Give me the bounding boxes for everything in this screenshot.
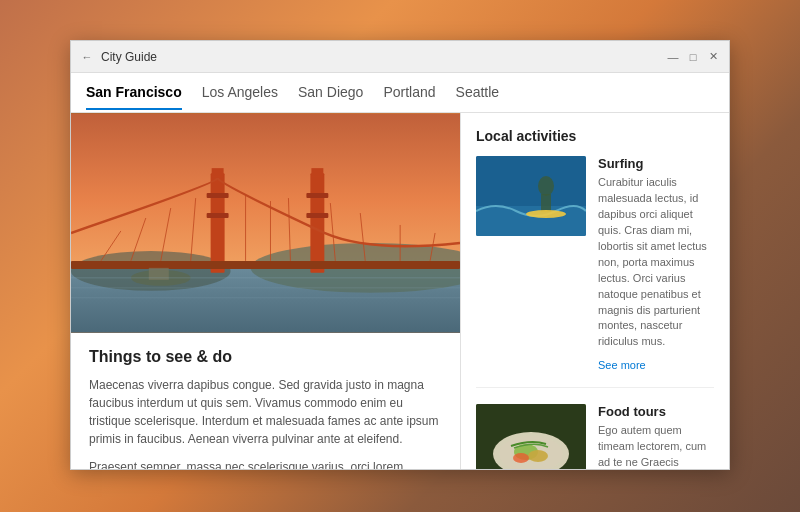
- right-panel: Local activities: [461, 113, 729, 469]
- svg-rect-32: [541, 194, 551, 212]
- food-tours-name: Food tours: [598, 404, 714, 419]
- svg-rect-5: [310, 173, 324, 273]
- maximize-button[interactable]: □: [687, 51, 699, 63]
- tab-portland[interactable]: Portland: [383, 76, 435, 110]
- tab-san-francisco[interactable]: San Francisco: [86, 76, 182, 110]
- back-button[interactable]: ←: [81, 51, 93, 63]
- title-bar-left: ← City Guide: [81, 50, 157, 64]
- section-body-1: Maecenas viverra dapibus congue. Sed gra…: [89, 376, 442, 448]
- svg-point-31: [538, 176, 554, 196]
- surfing-name: Surfing: [598, 156, 714, 171]
- svg-rect-6: [207, 193, 229, 198]
- svg-rect-7: [207, 213, 229, 218]
- svg-rect-8: [306, 193, 328, 198]
- activities-title: Local activities: [476, 128, 714, 144]
- title-bar: ← City Guide — □ ✕: [71, 41, 729, 73]
- left-panel: Things to see & do Maecenas viverra dapi…: [71, 113, 461, 469]
- tab-seattle[interactable]: Seattle: [456, 76, 500, 110]
- minimize-button[interactable]: —: [667, 51, 679, 63]
- app-window: ← City Guide — □ ✕ San Francisco Los Ang…: [70, 40, 730, 470]
- svg-rect-11: [311, 168, 323, 176]
- window-title: City Guide: [101, 50, 157, 64]
- surfing-desc: Curabitur iaculis malesuada lectus, id d…: [598, 175, 714, 350]
- svg-rect-12: [71, 261, 460, 269]
- food-tours-thumbnail: [476, 404, 586, 469]
- activity-food-tours: Food tours Ego autem quem timeam lectore…: [476, 404, 714, 469]
- svg-rect-30: [476, 206, 586, 236]
- surfing-see-more[interactable]: See more: [598, 359, 646, 371]
- svg-point-38: [528, 450, 548, 462]
- content-area: Things to see & do Maecenas viverra dapi…: [71, 113, 729, 469]
- section-body-2: Praesent semper, massa nec scelerisque v…: [89, 458, 442, 469]
- close-button[interactable]: ✕: [707, 51, 719, 63]
- surfing-info: Surfing Curabitur iaculis malesuada lect…: [598, 156, 714, 373]
- svg-rect-9: [306, 213, 328, 218]
- hero-image: [71, 113, 460, 333]
- svg-point-39: [513, 453, 529, 463]
- svg-rect-10: [212, 168, 224, 176]
- food-tours-info: Food tours Ego autem quem timeam lectore…: [598, 404, 714, 469]
- svg-point-33: [526, 210, 566, 218]
- section-title: Things to see & do: [89, 348, 442, 366]
- tab-san-diego[interactable]: San Diego: [298, 76, 363, 110]
- window-controls: — □ ✕: [667, 51, 719, 63]
- svg-rect-4: [211, 173, 225, 273]
- surfing-thumbnail: [476, 156, 586, 236]
- tab-los-angeles[interactable]: Los Angeles: [202, 76, 278, 110]
- nav-tabs: San Francisco Los Angeles San Diego Port…: [71, 73, 729, 113]
- food-tours-desc: Ego autem quem timeam lectorem, cum ad t…: [598, 423, 714, 469]
- activity-surfing: Surfing Curabitur iaculis malesuada lect…: [476, 156, 714, 388]
- left-text: Things to see & do Maecenas viverra dapi…: [71, 333, 460, 469]
